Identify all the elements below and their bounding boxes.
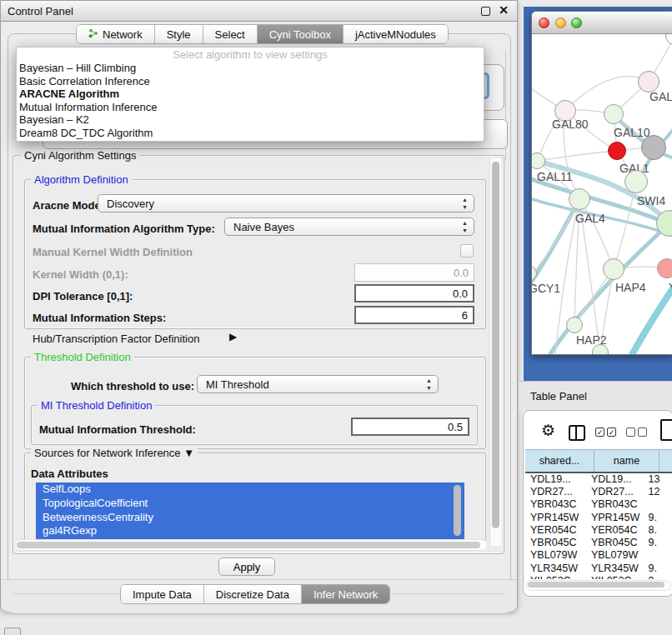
network-node-gal10[interactable] [604,104,624,124]
column-header-name[interactable]: name [594,450,659,472]
threshold-definition-title: Threshold Definition [31,351,134,363]
mac-zoom-icon[interactable] [571,18,582,28]
deselect-all-icon-2[interactable] [638,428,647,437]
tab-discretize-data[interactable]: Discretize Data [204,585,302,603]
tab-jactivemnodules[interactable]: jActiveMNodules [344,25,448,43]
cyni-bottom-tabbar: Impute DataDiscretize DataInfer Network [120,584,390,604]
new-table-icon[interactable] [660,419,672,441]
settings-group-title: Cyni Algorithm Settings [21,149,139,162]
tab-bar: Impute DataDiscretize DataInfer Network [120,584,390,604]
algorithm-definition-title: Algorithm Definition [31,173,132,186]
column-header-shared-[interactable]: shared... [525,450,594,472]
table-panel-header[interactable]: Table Panel [519,381,672,410]
network-node-hap2[interactable] [566,317,583,333]
gear-icon[interactable]: ⚙ [541,421,555,440]
mac-minimize-icon[interactable] [555,18,566,28]
network-node-hap4[interactable] [603,258,624,280]
table-cell: YBR045C [586,537,644,548]
network-tab-icon [88,28,98,41]
collapse-down-icon[interactable]: ▼ [183,447,194,459]
algorithm-option-mutual-information-inference[interactable]: Mutual Information Inference [17,101,484,114]
mac-close-icon[interactable] [539,18,549,28]
control-panel-tabbar: NetworkStyleSelectCyni ToolboxjActiveMNo… [76,24,449,44]
algorithm-option-dream8-dc-tdc-algorithm[interactable]: Dream8 DC_TDC Algorithm [17,127,484,140]
close-icon[interactable]: ✕ [499,3,509,17]
algorithm-option-bayesian-hill-climbing[interactable]: Bayesian – Hill Climbing [17,62,484,75]
network-node-y[interactable] [657,258,672,278]
settings-vscrollbar[interactable] [489,158,501,546]
table-row[interactable]: YDL19...YDL19...13 [525,472,672,485]
table-hscroll-thumb[interactable] [528,582,664,588]
attr-item-topologicalcoefficient[interactable]: TopologicalCoefficient [36,497,464,511]
node-label-gal4: GAL4 [575,212,605,225]
attr-item-selfloops[interactable]: SelfLoops [36,482,464,497]
algorithm-option-basic-correlation-inference[interactable]: Basic Correlation Inference [17,75,484,88]
kernel-width-label: Kernel Width (0,1): [33,268,128,281]
mi-steps-input[interactable]: 6 [354,306,474,324]
tab-select[interactable]: Select [203,25,258,43]
dpi-tolerance-input[interactable]: 0.0 [354,284,474,302]
network-window-titlebar[interactable] [532,12,672,34]
table-cell: YPR145W [525,512,586,523]
network-canvas[interactable]: GALGAL80GAL10GAL1GAL11SWI4GAL4GCY1HAP4YH… [532,34,672,354]
table-row[interactable]: YBR045CYBR045C9. [525,536,672,548]
minimized-panel-icon[interactable] [4,628,21,635]
table-cell: YER054C [525,524,586,536]
aracne-mode-select[interactable]: Discovery ▲▼ [98,194,474,212]
node-label-swi4: SWI4 [637,194,665,208]
table-cell: YDR27... [525,486,586,498]
deselect-all-icon[interactable] [626,428,635,437]
table-row[interactable]: YIL052CYIL052C0. [525,574,672,579]
table-row[interactable]: YPR145WYPR145W9. [525,511,672,523]
apply-button[interactable]: Apply [218,558,275,576]
sources-group-title[interactable]: Sources for Network Inference ▼ [31,447,198,459]
tab-infer-network[interactable]: Infer Network [302,585,389,603]
mi-threshold-input[interactable]: 0.5 [351,418,469,436]
table-row[interactable]: YBL079WYBL079W [525,549,672,562]
control-panel-titlebar[interactable]: Control Panel ✕ [1,1,517,22]
attr-item-betweennesscentrality[interactable]: BetweennessCentrality [36,511,464,525]
columns-icon[interactable] [569,425,585,441]
control-panel-window: Control Panel ✕ NetworkStyleSelectCyni T… [0,0,518,612]
tab-label: Cyni Toolbox [269,28,331,41]
tab-impute-data[interactable]: Impute Data [121,585,204,603]
network-node-swi4[interactable] [624,170,648,193]
algorithm-option-aracne-algorithm[interactable]: ARACNE Algorithm [17,88,484,101]
collapse-right-icon[interactable]: ▶ [229,331,237,342]
select-all-check-icon[interactable]: ✓ [595,428,604,437]
table-hscrollbar[interactable] [526,580,671,591]
hub-definition-label[interactable]: Hub/Transcription Factor Definition [33,332,199,345]
attr-list-vscroll-thumb[interactable] [454,485,461,536]
data-attributes-list[interactable]: SelfLoopsTopologicalCoefficientBetweenne… [36,482,464,540]
settings-hscrollbar[interactable] [14,539,488,551]
network-node-gal4[interactable] [569,188,590,210]
tab-style[interactable]: Style [155,25,203,43]
table-row[interactable]: YDR27...YDR27...12 [525,485,672,498]
select-all-check-icon-2[interactable]: ✓ [607,428,616,437]
table-cell: YDL19... [586,473,644,485]
network-node[interactable] [641,135,666,160]
tab-label: Impute Data [133,588,192,601]
mi-threshold-group-title: MI Threshold Definition [38,399,155,412]
table-row[interactable]: YLR345WYLR345W9. [525,562,672,574]
table-header-row: shared...name [525,449,672,473]
which-threshold-select[interactable]: MI Threshold ▲▼ [197,375,439,393]
attr-item-gal4rgexp[interactable]: gal4RGexp [36,524,464,538]
kernel-width-input[interactable]: 0.0 [354,263,474,282]
manual-kernel-checkbox[interactable] [460,244,474,258]
tab-cyni-toolbox[interactable]: Cyni Toolbox [258,25,344,43]
mi-type-select[interactable]: Naive Bayes ▲▼ [224,218,474,236]
settings-hscroll-thumb[interactable] [17,542,480,548]
spinner-icon: ▲▼ [462,219,468,234]
float-window-icon[interactable] [481,7,490,16]
network-node-gal1[interactable] [608,142,626,160]
node-label-gal10: GAL10 [614,126,650,139]
tab-network[interactable]: Network [77,25,155,43]
table-row[interactable]: YBR043CYBR043C [525,498,672,511]
algorithm-option-bayesian-k2[interactable]: Bayesian – K2 [17,113,484,127]
table-cell: YBR043C [525,498,586,510]
manual-kernel-label: Manual Kernel Width Definition [33,246,193,258]
table-row[interactable]: YER054CYER054C8. [525,523,672,536]
column-header-extra[interactable] [659,450,672,472]
settings-vscroll-thumb[interactable] [492,162,499,528]
